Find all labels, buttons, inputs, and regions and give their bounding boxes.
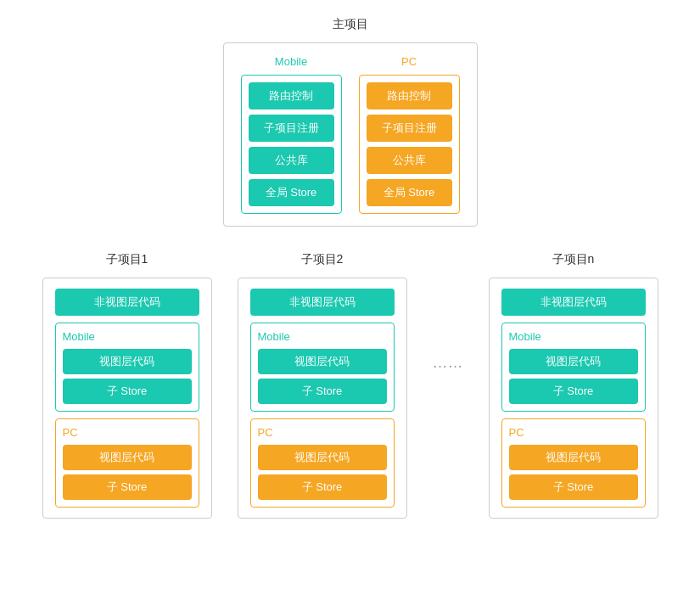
subn-box: 非视图层代码 Mobile 视图层代码 子 Store PC 视图层代码 子 S… <box>489 278 658 519</box>
sub1-pc-box: PC 视图层代码 子 Store <box>55 418 199 508</box>
main-pc-routing[interactable]: 路由控制 <box>367 82 452 109</box>
sub1-non-view[interactable]: 非视图层代码 <box>55 289 199 316</box>
subn-mobile-label: Mobile <box>509 330 638 343</box>
sub2-pc-label: PC <box>258 426 387 439</box>
sub2-box: 非视图层代码 Mobile 视图层代码 子 Store PC 视图层代码 子 S… <box>238 278 407 519</box>
sub2-pc-store[interactable]: 子 Store <box>258 474 387 500</box>
sub1-pc-label: PC <box>63 426 192 439</box>
main-pc-subregister[interactable]: 子项目注册 <box>367 115 452 142</box>
main-mobile-routing[interactable]: 路由控制 <box>249 82 334 109</box>
sub-project-1: 子项目1 非视图层代码 Mobile 视图层代码 子 Store PC 视图层代… <box>42 252 212 519</box>
sub1-box: 非视图层代码 Mobile 视图层代码 子 Store PC 视图层代码 子 S… <box>42 278 212 519</box>
sub1-pc-view[interactable]: 视图层代码 <box>63 445 192 470</box>
sub2-pc-view[interactable]: 视图层代码 <box>258 445 387 470</box>
sub2-pc-box: PC 视图层代码 子 Store <box>250 418 395 508</box>
main-title: 主项目 <box>333 17 368 32</box>
subn-mobile-store[interactable]: 子 Store <box>509 379 638 404</box>
subn-pc-box: PC 视图层代码 子 Store <box>501 418 646 508</box>
main-pc-store[interactable]: 全局 Store <box>367 179 452 206</box>
main-mobile-common[interactable]: 公共库 <box>249 147 334 174</box>
subn-pc-view[interactable]: 视图层代码 <box>509 445 638 470</box>
subn-pc-label: PC <box>509 426 638 439</box>
mobile-inner-box: 路由控制 子项目注册 公共库 全局 Store <box>241 75 342 214</box>
sub1-mobile-store[interactable]: 子 Store <box>63 379 192 404</box>
sub1-title: 子项目1 <box>106 252 148 267</box>
main-mobile-store[interactable]: 全局 Store <box>249 179 334 206</box>
subn-mobile-box: Mobile 视图层代码 子 Store <box>501 323 646 412</box>
main-pc-common[interactable]: 公共库 <box>367 147 452 174</box>
sub-project-2: 子项目2 非视图层代码 Mobile 视图层代码 子 Store PC 视图层代… <box>238 252 407 519</box>
pc-inner-box: 路由控制 子项目注册 公共库 全局 Store <box>359 75 460 214</box>
pc-col: PC 路由控制 子项目注册 公共库 全局 Store <box>359 55 460 214</box>
sub-projects-row: 子项目1 非视图层代码 Mobile 视图层代码 子 Store PC 视图层代… <box>17 252 683 519</box>
sub1-mobile-label: Mobile <box>63 330 192 343</box>
mobile-col: Mobile 路由控制 子项目注册 公共库 全局 Store <box>241 55 342 214</box>
sub2-mobile-view[interactable]: 视图层代码 <box>258 349 387 374</box>
sub2-mobile-box: Mobile 视图层代码 子 Store <box>250 323 395 412</box>
sub1-pc-store[interactable]: 子 Store <box>63 474 192 500</box>
ellipsis: …… <box>433 252 463 372</box>
sub2-title: 子项目2 <box>301 252 344 267</box>
sub2-mobile-label: Mobile <box>258 330 387 343</box>
sub2-non-view[interactable]: 非视图层代码 <box>250 289 395 316</box>
sub1-mobile-view[interactable]: 视图层代码 <box>63 349 192 374</box>
subn-pc-store[interactable]: 子 Store <box>509 474 638 500</box>
sub2-mobile-store[interactable]: 子 Store <box>258 379 387 404</box>
sub1-mobile-box: Mobile 视图层代码 子 Store <box>55 323 199 412</box>
pc-label: PC <box>401 55 417 68</box>
subn-title: 子项目n <box>552 252 595 267</box>
sub-project-n: 子项目n 非视图层代码 Mobile 视图层代码 子 Store PC 视图层代… <box>489 252 658 519</box>
page-container: 主项目 Mobile 路由控制 子项目注册 公共库 全局 Store PC 路由… <box>17 17 683 519</box>
subn-non-view[interactable]: 非视图层代码 <box>501 289 646 316</box>
subn-mobile-view[interactable]: 视图层代码 <box>509 349 638 374</box>
mobile-label: Mobile <box>275 55 307 68</box>
main-project: 主项目 Mobile 路由控制 子项目注册 公共库 全局 Store PC 路由… <box>223 17 478 227</box>
main-mobile-subregister[interactable]: 子项目注册 <box>249 115 334 142</box>
main-box: Mobile 路由控制 子项目注册 公共库 全局 Store PC 路由控制 子… <box>223 42 478 227</box>
